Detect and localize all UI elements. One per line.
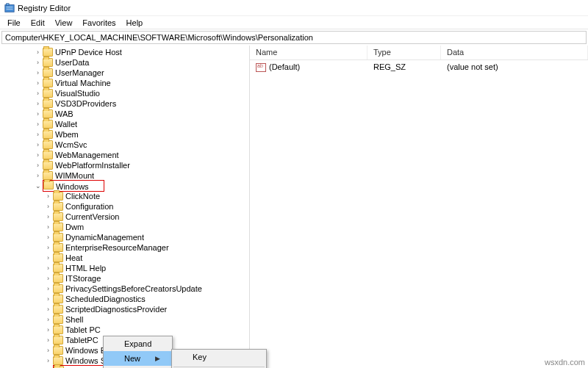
tree-item-label: ITStorage: [65, 274, 101, 283]
tree-pane[interactable]: ›UPnP Device Host›UserData›UserManager›V…: [0, 46, 250, 368]
folder-icon: [53, 264, 63, 273]
chevron-right-icon[interactable]: ›: [34, 131, 42, 139]
tree-item[interactable]: ›VSD3DProviders: [3, 98, 249, 109]
tree-item-label: Configuration: [65, 202, 113, 211]
tree-item[interactable]: ›WIMMount: [3, 170, 249, 181]
chevron-right-icon[interactable]: ›: [34, 79, 42, 87]
folder-icon: [43, 161, 53, 170]
folder-icon: [43, 140, 53, 149]
folder-icon: [43, 68, 53, 77]
col-name[interactable]: Name: [250, 46, 368, 59]
menu-view[interactable]: View: [51, 18, 77, 28]
tree-item-label: WebManagement: [55, 151, 119, 159]
chevron-right-icon[interactable]: ›: [44, 244, 52, 252]
tree-item[interactable]: ›PrivacySettingsBeforeCreatorsUpdate: [3, 284, 249, 294]
chevron-right-icon[interactable]: ›: [34, 48, 42, 57]
chevron-right-icon[interactable]: ›: [44, 203, 52, 211]
chevron-right-icon[interactable]: ›: [34, 162, 42, 170]
list-row-default[interactable]: (Default) REG_SZ (value not set): [250, 60, 588, 74]
tree-item[interactable]: ›UserManager: [3, 68, 249, 78]
tree-item-label: WIMMount: [55, 171, 94, 180]
chevron-right-icon[interactable]: ›: [44, 326, 52, 334]
folder-icon: [53, 202, 63, 211]
chevron-right-icon[interactable]: ›: [44, 336, 52, 344]
tree-item[interactable]: ›ScheduledDiagnostics: [3, 294, 249, 304]
ctx-new[interactable]: New▶: [104, 351, 172, 366]
tree-item[interactable]: ›Configuration: [3, 201, 249, 212]
tree-item[interactable]: ›VisualStudio: [3, 88, 249, 98]
chevron-right-icon[interactable]: ›: [44, 295, 52, 303]
col-type[interactable]: Type: [368, 46, 441, 59]
folder-icon: [53, 336, 63, 344]
context-menu[interactable]: Expand New▶ Find... Delete Rename Export…: [103, 336, 173, 368]
tree-item[interactable]: ›Dwm: [3, 222, 249, 232]
tree-item[interactable]: ›WebPlatformInstaller: [3, 160, 249, 170]
address-text: Computer\HKEY_LOCAL_MACHINE\SOFTWARE\Mic…: [5, 33, 313, 42]
folder-icon: [53, 243, 63, 252]
chevron-right-icon[interactable]: ›: [44, 254, 52, 262]
ctx-expand[interactable]: Expand: [104, 336, 172, 351]
chevron-right-icon[interactable]: ›: [34, 90, 42, 98]
chevron-right-icon[interactable]: ›: [34, 120, 42, 129]
submenu-arrow-icon: ▶: [140, 355, 160, 362]
tree-item[interactable]: ›DynamicManagement: [3, 232, 249, 242]
chevron-right-icon[interactable]: ›: [44, 347, 52, 355]
tree-item[interactable]: ›UPnP Device Host: [3, 47, 249, 57]
address-bar[interactable]: Computer\HKEY_LOCAL_MACHINE\SOFTWARE\Mic…: [1, 31, 587, 44]
tree-item[interactable]: ›Tablet PC: [3, 325, 249, 335]
tree-item-label: VSD3DProviders: [55, 99, 116, 108]
tree-item[interactable]: ›ScriptedDiagnosticsProvider: [3, 304, 249, 314]
chevron-right-icon[interactable]: ›: [44, 275, 52, 283]
menu-edit[interactable]: Edit: [26, 18, 49, 28]
tree-item[interactable]: ›Heat: [3, 253, 249, 263]
chevron-right-icon[interactable]: ›: [44, 316, 52, 324]
tree-item-label: ClickNote: [65, 192, 100, 201]
tree-item-label: Wallet: [55, 120, 77, 129]
folder-icon: [53, 212, 63, 221]
tree-item[interactable]: ›WAB: [3, 109, 249, 119]
chevron-right-icon[interactable]: ›: [44, 213, 52, 221]
tree-item[interactable]: ›Wallet: [3, 119, 249, 129]
chevron-right-icon[interactable]: ›: [44, 192, 52, 201]
tree-item-label: CurrentVersion: [65, 212, 119, 221]
tree-item[interactable]: ›ClickNote: [3, 191, 249, 201]
tree-item-label: VisualStudio: [55, 89, 100, 98]
tree-item[interactable]: ›WebManagement: [3, 150, 249, 160]
menu-help[interactable]: Help: [122, 18, 148, 28]
chevron-right-icon[interactable]: ›: [34, 59, 42, 67]
chevron-right-icon[interactable]: ›: [44, 285, 52, 293]
folder-icon: [53, 253, 63, 262]
chevron-right-icon[interactable]: ›: [44, 223, 52, 231]
chevron-right-icon[interactable]: ›: [44, 306, 52, 314]
chevron-down-icon[interactable]: ⌄: [34, 182, 42, 190]
tree-item[interactable]: ⌄Windows: [3, 181, 249, 191]
tree-item[interactable]: ›EnterpriseResourceManager: [3, 242, 249, 253]
regedit-icon: [4, 3, 15, 13]
tree-item[interactable]: ›Virtual Machine: [3, 78, 249, 88]
tree-item[interactable]: ›ITStorage: [3, 273, 249, 284]
tree-item-label: Windows: [56, 182, 89, 191]
context-submenu-new[interactable]: Key String Value Binary Value DWORD (32-…: [171, 349, 267, 368]
svg-rect-3: [7, 8, 13, 9]
col-data[interactable]: Data: [441, 46, 588, 59]
tree-item[interactable]: ›CurrentVersion: [3, 212, 249, 222]
chevron-right-icon[interactable]: ›: [34, 69, 42, 77]
chevron-right-icon[interactable]: ›: [44, 264, 52, 273]
tree-item[interactable]: ›HTML Help: [3, 263, 249, 273]
tree-item[interactable]: ›WcmSvc: [3, 140, 249, 150]
chevron-right-icon[interactable]: ›: [44, 234, 52, 242]
chevron-right-icon[interactable]: ›: [34, 100, 42, 108]
ctx-new-key[interactable]: Key: [172, 350, 266, 364]
chevron-right-icon[interactable]: ›: [34, 172, 42, 180]
menu-favorites[interactable]: Favorites: [78, 18, 120, 28]
tree-item[interactable]: ›UserData: [3, 57, 249, 68]
chevron-right-icon[interactable]: ›: [34, 110, 42, 118]
tree-item[interactable]: ›Wbem: [3, 129, 249, 140]
menu-file[interactable]: File: [3, 18, 25, 28]
tree-item[interactable]: ›Shell: [3, 314, 249, 325]
chevron-right-icon[interactable]: ›: [44, 357, 52, 365]
folder-icon: [53, 274, 63, 283]
chevron-right-icon[interactable]: ›: [34, 141, 42, 149]
chevron-right-icon[interactable]: ›: [34, 151, 42, 159]
list-pane[interactable]: Name Type Data (Default) REG_SZ (value n…: [250, 46, 588, 368]
